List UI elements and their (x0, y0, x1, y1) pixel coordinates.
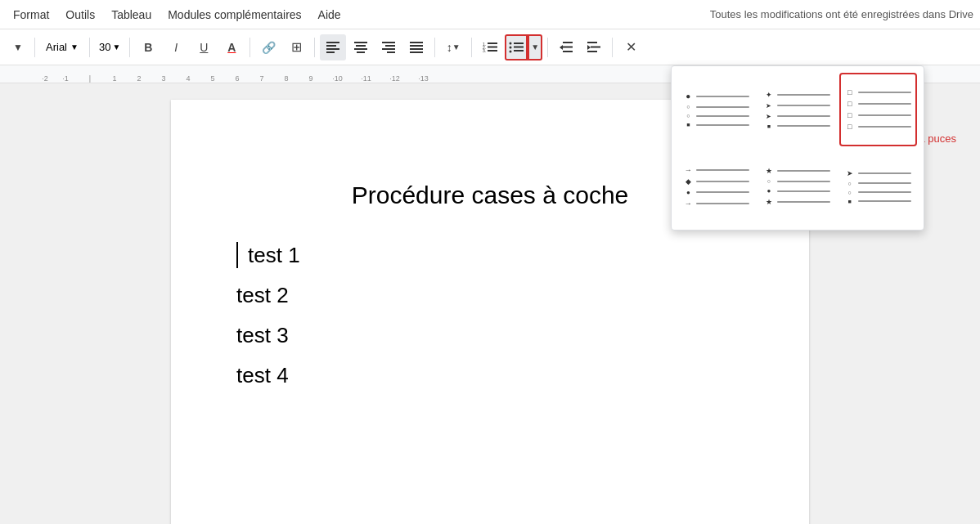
italic-button[interactable]: I (163, 34, 189, 60)
ruler-mark: ·11 (352, 74, 380, 83)
bullet-dropdown-panel: ● ○ ○ ■ ✦ (671, 83, 924, 231)
menu-tableau[interactable]: Tableau (105, 5, 158, 25)
divider-6 (434, 38, 435, 57)
bullet-symbol: ○ (684, 113, 692, 119)
bullet-dropdown-chevron-icon: ▼ (531, 43, 539, 52)
bullet-symbol: ○ (846, 190, 854, 195)
bullet-option-arrow-circle[interactable]: ➤ ○ ○ ■ (839, 150, 917, 223)
main-area: Cliquez sur liste à puces Procédure case… (0, 83, 980, 524)
bullet-list-dropdown-btn[interactable]: ▼ (528, 34, 542, 60)
bullet-list-button[interactable] (505, 34, 528, 60)
bullet-symbol: ● (765, 187, 773, 195)
svg-rect-17 (488, 43, 497, 44)
list-row: ★ (765, 198, 830, 206)
bullet-symbol: ★ (765, 167, 773, 175)
svg-rect-32 (587, 42, 597, 43)
numbered-list-button[interactable]: 1. 2. 3. (477, 34, 503, 60)
svg-rect-34 (591, 46, 600, 47)
bullet-symbol: ■ (846, 199, 854, 204)
menu-aide[interactable]: Aide (312, 5, 348, 25)
svg-rect-27 (514, 50, 524, 52)
list-row: ● (684, 189, 749, 196)
indent-increase-icon (587, 42, 600, 53)
indent-decrease-icon (560, 42, 573, 53)
divider-8 (547, 38, 548, 57)
svg-rect-9 (385, 45, 395, 47)
bullet-symbol: ➤ (765, 113, 773, 120)
indent-increase-button[interactable] (581, 34, 607, 60)
bullet-option-star-arrow[interactable]: ✦ ➤ ➤ ■ (759, 83, 837, 146)
svg-rect-12 (410, 42, 423, 43)
svg-rect-0 (326, 42, 339, 43)
svg-rect-19 (488, 46, 497, 47)
bullet-option-star-list[interactable]: ★ ○ ● ★ (759, 150, 837, 223)
font-color-button[interactable]: A (218, 34, 245, 60)
line (858, 126, 911, 128)
clear-format-button[interactable]: ✕ (618, 34, 644, 60)
font-chevron-icon: ▼ (70, 43, 79, 52)
bullet-symbol: □ (846, 123, 854, 131)
list-item-text-3: test 3 (236, 323, 289, 348)
align-right-icon (382, 42, 395, 53)
ruler-mark: 5 (200, 74, 225, 83)
document-list: test 1 test 2 test 3 test 4 (236, 242, 744, 388)
font-color-icon: A (227, 41, 236, 54)
divider-2 (89, 38, 90, 57)
list-item[interactable]: test 1 (236, 242, 744, 268)
menu-outils[interactable]: Outils (59, 5, 101, 25)
divider-5 (314, 38, 315, 57)
ruler-mark: | (78, 74, 102, 83)
bullet-option-filled-circle[interactable]: ● ○ ○ ■ (678, 83, 756, 146)
bold-button[interactable]: B (135, 34, 161, 60)
toolbar: ▼ Arial ▼ 30 ▼ B I U A 🔗 ⊞ (0, 29, 980, 65)
ruler-mark: 9 (299, 74, 323, 83)
line (858, 182, 911, 184)
svg-rect-15 (410, 52, 423, 53)
font-family-select[interactable]: Arial ▼ (40, 34, 84, 60)
font-name-label: Arial (46, 41, 67, 53)
bullet-symbol: ➤ (846, 169, 854, 177)
list-row: ✦ (765, 91, 830, 99)
svg-point-24 (510, 46, 512, 48)
align-right-button[interactable] (375, 34, 402, 60)
list-row: □ (846, 111, 911, 119)
ruler-mark: 2 (127, 74, 151, 83)
insert-image-button[interactable]: ⊞ (283, 34, 309, 60)
line (777, 190, 830, 192)
link-button[interactable]: 🔗 (255, 34, 281, 60)
bullet-option-arrow-diamond[interactable]: → ◆ ● → (678, 150, 756, 223)
menu-modules[interactable]: Modules complémentaires (161, 5, 308, 25)
ruler-mark: ·1 (53, 74, 78, 83)
align-justify-button[interactable] (403, 34, 429, 60)
align-center-icon (354, 42, 367, 53)
document-title[interactable]: Procédure cases à coche (236, 181, 744, 209)
ruler-mark: 6 (225, 74, 249, 83)
font-size-select[interactable]: 30 ▼ (95, 34, 124, 60)
list-row: □ (846, 123, 911, 131)
line-spacing-button[interactable]: ↕ ▼ (440, 34, 466, 60)
option-inner: ➤ ○ ○ ■ (846, 169, 911, 204)
bullet-symbol: ○ (684, 104, 692, 110)
bullet-symbol: □ (846, 88, 854, 96)
underline-button[interactable]: U (191, 34, 217, 60)
list-row: ★ (765, 167, 830, 175)
menu-format[interactable]: Format (7, 5, 56, 25)
svg-text:3.: 3. (483, 48, 486, 53)
align-center-button[interactable] (348, 34, 374, 60)
list-item[interactable]: test 3 (236, 323, 744, 348)
mode-select-btn[interactable]: ▼ (7, 34, 29, 60)
list-item[interactable]: test 4 (236, 363, 744, 388)
bullet-symbol: ■ (684, 122, 692, 128)
align-left-button[interactable] (320, 34, 346, 60)
list-row: → (684, 199, 749, 208)
line (777, 125, 830, 127)
bullet-symbol: ◆ (684, 177, 692, 186)
indent-decrease-button[interactable] (553, 34, 579, 60)
line (858, 200, 911, 202)
svg-rect-13 (410, 45, 423, 47)
divider-3 (129, 38, 130, 57)
bullet-option-checkbox[interactable]: □ □ □ □ (839, 83, 917, 146)
svg-rect-35 (587, 51, 597, 52)
line (777, 94, 830, 96)
list-item[interactable]: test 2 (236, 283, 744, 308)
